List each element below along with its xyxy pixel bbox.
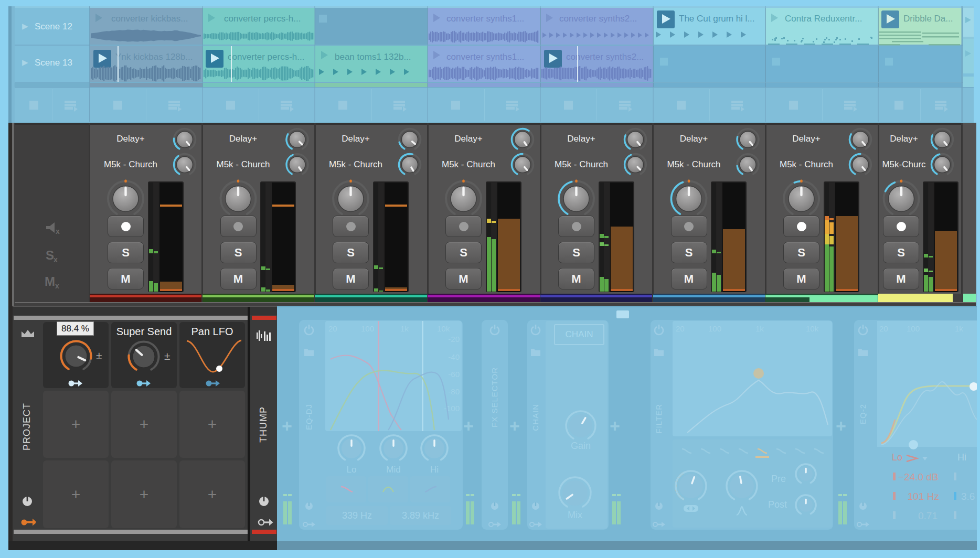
svg-text:x: x xyxy=(54,255,58,264)
svg-text:S: S xyxy=(46,248,54,262)
svg-text:x: x xyxy=(55,282,59,290)
svg-text:x: x xyxy=(56,227,60,235)
svg-text:M: M xyxy=(45,274,55,288)
